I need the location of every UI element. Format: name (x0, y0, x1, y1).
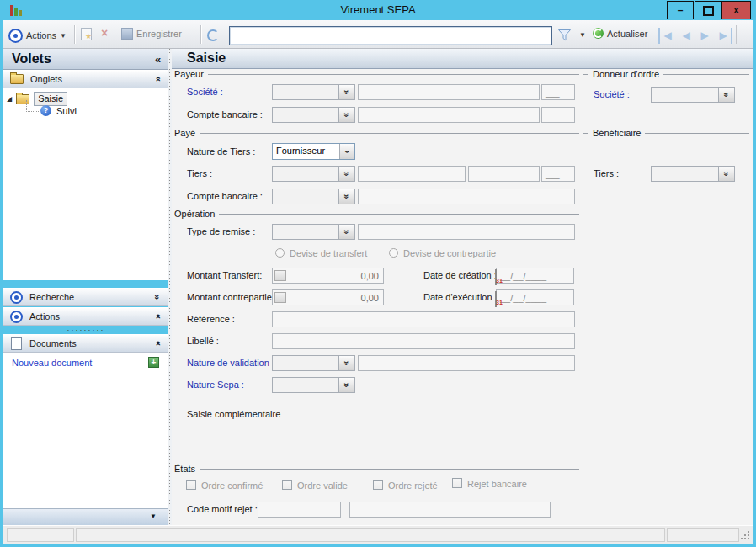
nav-first-button[interactable]: ◀ (658, 28, 675, 44)
ordre-valide-checkbox[interactable] (282, 480, 292, 490)
expand-section-icon: » (152, 295, 162, 300)
libelle-field[interactable] (272, 333, 575, 349)
tree-node-suivi-label: Suivi (56, 106, 77, 116)
group-etats-title: États (174, 464, 195, 474)
code-motif-rejet-field[interactable] (258, 502, 341, 518)
sidebar-section-actions[interactable]: Actions » (3, 307, 168, 326)
sidebar-more-arrow-icon[interactable]: ▼ (150, 512, 157, 520)
minimize-button[interactable]: – (667, 1, 694, 19)
paye-tiers-code-field[interactable]: ___ (541, 166, 575, 182)
actualiser-icon (593, 28, 604, 39)
group-paye: Payé (174, 128, 579, 138)
collapse-section-icon: » (152, 314, 162, 319)
search-input[interactable] (229, 26, 552, 45)
status-cell-left (7, 528, 74, 542)
save-button[interactable]: Enregistrer (121, 28, 182, 40)
tree-node-suivi[interactable]: ? Suivi (40, 105, 77, 116)
libelle-label: Libellé : (187, 336, 219, 346)
nature-tiers-label: Nature de Tiers : (187, 146, 255, 157)
nav-previous-button[interactable]: ◀ (679, 28, 694, 44)
nature-validation-combo[interactable]: » (272, 355, 355, 371)
date-creation-field[interactable]: __/__/____ 31 (496, 268, 574, 284)
payeur-compte-combo[interactable]: » (272, 107, 355, 123)
ordre-confirme-checkbox[interactable] (186, 480, 196, 490)
refresh-button[interactable] (207, 29, 219, 41)
devise-transfert-radio[interactable] (275, 248, 285, 258)
paye-tiers-combo[interactable]: » (272, 166, 355, 182)
filter-dropdown-button[interactable]: ▼ (579, 31, 586, 39)
sidebar-section-onglets[interactable]: Onglets » (3, 70, 168, 88)
payeur-compte-name-field[interactable] (358, 107, 540, 123)
sidebar-splitter-handle[interactable]: ········· (3, 280, 168, 287)
date-execution-field[interactable]: __/__/____ 31 (496, 289, 574, 305)
montant-transfert-field[interactable]: 0,00 (272, 268, 384, 284)
close-button[interactable]: x (721, 1, 751, 19)
ordre-rejete-checkbox[interactable] (373, 480, 383, 490)
nature-validation-name-field[interactable] (358, 355, 575, 371)
beneficiaire-tiers-combo[interactable]: » (651, 166, 735, 182)
montant-contrepartie-label: Montant contrepartie : (187, 292, 277, 302)
sidebar-section-recherche[interactable]: Recherche » (3, 288, 168, 306)
paye-compte-label: Compte bancaire : (187, 191, 263, 201)
lookup-chevron-icon: » (343, 113, 352, 118)
collapse-section-icon: » (152, 341, 162, 346)
add-document-button[interactable]: + (148, 357, 159, 368)
group-paye-title: Payé (174, 128, 195, 138)
type-remise-label: Type de remise : (187, 226, 255, 236)
sidebar-section-documents[interactable]: Documents » (3, 334, 168, 353)
ordre-valide-label: Ordre valide (297, 481, 348, 491)
lookup-chevron-icon: » (343, 230, 352, 235)
ordre-rejete-label: Ordre rejeté (388, 481, 438, 491)
delete-button[interactable]: × (101, 26, 108, 40)
paye-tiers-name-field[interactable] (358, 166, 466, 182)
reference-field[interactable] (272, 311, 575, 327)
actualiser-button[interactable]: Actualiser (593, 28, 647, 39)
main-header: Saisie (172, 49, 753, 69)
calendar-icon[interactable]: 31 (495, 291, 497, 307)
calendar-icon[interactable]: 31 (495, 269, 497, 285)
type-remise-name-field[interactable] (358, 224, 575, 240)
actions-menu-button[interactable]: Actions ▼ (26, 28, 67, 43)
type-remise-combo[interactable]: » (272, 224, 355, 240)
sidebar-splitter-handle[interactable]: ········· (3, 327, 168, 333)
payeur-compte-code-field[interactable] (541, 107, 575, 123)
nouveau-document-link[interactable]: Nouveau document (12, 358, 92, 368)
donneur-societe-combo[interactable]: » (651, 87, 735, 103)
combo-chevron-icon: › (343, 150, 352, 152)
collapse-panel-icon[interactable]: « (155, 53, 161, 66)
maximize-button[interactable] (695, 1, 721, 19)
motif-rejet-libelle-field[interactable] (349, 502, 551, 518)
nav-next-icon: ▶ (700, 29, 708, 41)
resize-grip[interactable] (741, 531, 751, 541)
tree-expanded-icon[interactable]: ◢ (7, 95, 12, 103)
sidebar-title: Volets (12, 51, 51, 66)
nature-tiers-select[interactable]: Fournisseur › (272, 143, 355, 160)
nature-sepa-combo[interactable]: » (272, 377, 355, 393)
devise-contrepartie-label: Devise de contrepartie (403, 248, 496, 258)
paye-tiers-extra-field[interactable] (468, 166, 540, 182)
montant-transfert-button[interactable] (274, 270, 286, 281)
lookup-chevron-icon: » (343, 361, 352, 366)
montant-contrepartie-field[interactable]: 0,00 (272, 289, 384, 305)
montant-contrepartie-button[interactable] (274, 292, 286, 303)
payeur-societe-combo[interactable]: » (272, 84, 355, 100)
refresh-icon (207, 29, 219, 41)
date-mask: __/__/____ (500, 271, 546, 281)
payeur-societe-code-field[interactable]: ___ (541, 84, 575, 100)
paye-compte-combo[interactable]: » (272, 189, 355, 204)
nav-next-button[interactable]: ▶ (697, 28, 712, 44)
beneficiaire-tiers-label: Tiers : (594, 168, 619, 178)
filter-button[interactable] (557, 28, 572, 45)
sidebar-bottom-bar: ▼ (3, 508, 168, 525)
paye-compte-name-field[interactable] (358, 189, 575, 204)
recherche-label: Recherche (29, 292, 74, 302)
payeur-societe-name-field[interactable] (358, 84, 540, 100)
date-mask: __/__/____ (500, 293, 546, 303)
documents-label: Documents (29, 338, 77, 348)
devise-contrepartie-radio[interactable] (389, 248, 398, 258)
nav-last-button[interactable]: ▶ (716, 28, 732, 44)
save-icon (121, 28, 133, 40)
new-document-button[interactable]: ★ (81, 28, 92, 40)
rejet-bancaire-checkbox[interactable] (452, 478, 462, 488)
actualiser-label: Actualiser (607, 29, 647, 39)
